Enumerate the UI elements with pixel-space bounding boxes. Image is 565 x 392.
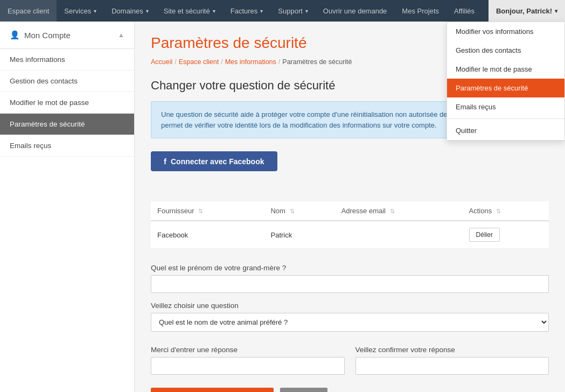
nav-affilies[interactable]: Affiliés <box>447 0 482 22</box>
nav-mes-projets[interactable]: Mes Projets <box>394 0 447 22</box>
confirm-label: Veillez confirmer votre réponse <box>355 346 549 354</box>
col-email: Adresse email ⇅ <box>335 201 463 221</box>
nav-label: Services <box>64 7 91 15</box>
table-row: Facebook Patrick Délier <box>151 221 549 249</box>
sidebar-nav: Mes informations Gestion des contacts Mo… <box>0 49 134 157</box>
nav-factures[interactable]: Factures ▾ <box>223 0 271 22</box>
chevron-down-icon: ▾ <box>94 8 96 14</box>
answer-input[interactable] <box>151 357 345 375</box>
sidebar-header: 👤 Mon Compte ▲ <box>0 22 134 49</box>
breadcrumb-espace-client[interactable]: Espace client <box>179 58 219 66</box>
dropdown-divider <box>447 118 564 119</box>
cell-actions: Délier <box>463 221 549 249</box>
nav-domaines[interactable]: Domaines ▾ <box>104 0 156 22</box>
providers-table: Fournisseur ⇅ Nom ⇅ Adresse email ⇅ Acti… <box>151 201 549 249</box>
breadcrumb-mes-informations[interactable]: Mes informations <box>225 58 276 66</box>
sidebar-item-gestion-contacts[interactable]: Gestion des contacts <box>0 71 134 92</box>
security-question-label: Quel est le prénom de votre grand-mère ? <box>151 264 549 272</box>
answer-row: Merci d'entrer une réponse Veillez confi… <box>151 337 549 375</box>
nav-label: Factures <box>231 7 258 15</box>
breadcrumb-sep: / <box>175 58 176 66</box>
nav-label: Site et sécurité <box>164 7 210 15</box>
col-nom: Nom ⇅ <box>264 201 334 221</box>
nav-support[interactable]: Support ▾ <box>270 0 316 22</box>
cell-fournisseur: Facebook <box>151 221 264 249</box>
chevron-down-icon: ▾ <box>555 8 557 14</box>
dd-modifier-mdp[interactable]: Modifier le mot de passe <box>447 60 564 79</box>
nav-ouvrir-demande[interactable]: Ouvrir une demande <box>316 0 395 22</box>
col-fournisseur: Fournisseur ⇅ <box>151 201 264 221</box>
nav-site-securite[interactable]: Site et sécurité ▾ <box>156 0 223 22</box>
breadcrumb-sep: / <box>221 58 222 66</box>
user-label: Bonjour, Patrick! <box>496 7 552 15</box>
facebook-btn-label: Connecter avec Facebook <box>171 157 264 166</box>
confirm-col: Veillez confirmer votre réponse <box>355 337 549 375</box>
nav-espace-client[interactable]: Espace client <box>0 0 57 22</box>
save-button[interactable]: Sauvegarder les modifications <box>151 388 274 392</box>
nav-user-menu[interactable]: Bonjour, Patrick! ▾ <box>489 0 565 22</box>
answer-col: Merci d'entrer une réponse <box>151 337 345 375</box>
breadcrumb-sep: / <box>278 58 280 66</box>
dd-quitter[interactable]: Quitter <box>447 121 564 140</box>
nav-label: Domaines <box>111 7 143 15</box>
security-form: Quel est le prénom de votre grand-mère ?… <box>151 264 549 392</box>
chevron-down-icon: ▾ <box>305 8 308 14</box>
nav-label: Espace client <box>8 7 49 15</box>
chevron-down-icon: ▾ <box>146 8 149 14</box>
choose-question-label: Veillez choisir une question <box>151 302 549 310</box>
nav-label: Support <box>278 7 303 15</box>
sort-icon: ⇅ <box>290 208 295 214</box>
delier-button[interactable]: Délier <box>469 228 500 242</box>
sort-icon: ⇅ <box>390 208 395 214</box>
sidebar-item-mes-informations[interactable]: Mes informations <box>0 49 134 71</box>
sidebar-item-emails-recus[interactable]: Emails reçus <box>0 135 134 157</box>
sidebar-item-modifier-mdp[interactable]: Modifier le mot de passe <box>0 92 134 114</box>
dd-gestion-contacts[interactable]: Gestion des contacts <box>447 41 564 60</box>
user-icon: 👤 <box>10 30 20 40</box>
nav-label: Affiliés <box>454 7 475 15</box>
sidebar-title: Mon Compte <box>24 31 118 40</box>
sort-icon: ⇅ <box>496 208 501 214</box>
security-question-input[interactable] <box>151 275 549 293</box>
question-select[interactable]: Quel est le nom de votre animal préféré … <box>151 313 549 332</box>
top-navigation: Espace client Services ▾ Domaines ▾ Site… <box>0 0 565 22</box>
chevron-down-icon: ▾ <box>260 8 263 14</box>
chevron-down-icon: ▾ <box>213 8 215 14</box>
sort-icon: ⇅ <box>198 208 203 214</box>
cell-nom: Patrick <box>264 221 334 249</box>
facebook-icon: f <box>164 157 166 166</box>
dd-emails-recus[interactable]: Emails reçus <box>447 97 564 116</box>
cell-email <box>335 221 463 249</box>
chevron-up-icon: ▲ <box>118 31 124 39</box>
confirm-input[interactable] <box>355 357 549 375</box>
form-actions: Sauvegarder les modifications Annuler <box>151 388 549 392</box>
facebook-connect-button[interactable]: f Connecter avec Facebook <box>151 151 277 171</box>
user-dropdown: Modifier vos informations Gestion des co… <box>447 22 565 141</box>
facebook-section: f Connecter avec Facebook <box>151 151 549 186</box>
col-actions: Actions ⇅ <box>463 201 549 221</box>
dd-modifier-infos[interactable]: Modifier vos informations <box>447 22 564 41</box>
breadcrumb-current: Paramètres de sécurité <box>282 58 352 66</box>
breadcrumb-accueil[interactable]: Accueil <box>151 58 172 66</box>
dd-params-securite[interactable]: Paramètres de sécurité <box>447 79 564 97</box>
table-header-row: Fournisseur ⇅ Nom ⇅ Adresse email ⇅ Acti… <box>151 201 549 221</box>
nav-label: Mes Projets <box>402 7 439 15</box>
sidebar: 👤 Mon Compte ▲ Mes informations Gestion … <box>0 22 135 392</box>
sidebar-item-params-securite[interactable]: Paramètres de sécurité <box>0 114 134 135</box>
nav-services[interactable]: Services ▾ <box>57 0 104 22</box>
nav-label: Ouvrir une demande <box>323 7 387 15</box>
cancel-button[interactable]: Annuler <box>280 388 327 392</box>
answer-label: Merci d'entrer une réponse <box>151 346 345 354</box>
